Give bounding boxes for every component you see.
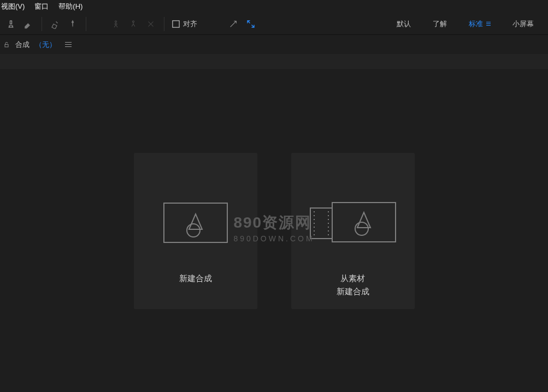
expand-tool-icon[interactable] bbox=[243, 16, 258, 32]
workspace-small[interactable]: 小屏幕 bbox=[502, 13, 545, 35]
svg-point-5 bbox=[187, 224, 200, 237]
hamburger-icon bbox=[486, 22, 491, 26]
new-composition-card[interactable]: 新建合成 bbox=[134, 153, 257, 309]
from-footage-icon bbox=[309, 195, 397, 250]
snap-label: 对齐 bbox=[183, 19, 197, 29]
svg-point-0 bbox=[115, 21, 117, 22]
eraser-tool-icon[interactable] bbox=[21, 16, 36, 32]
new-composition-from-footage-card[interactable]: 从素材 新建合成 bbox=[291, 153, 415, 309]
menu-view[interactable]: 视图(V) bbox=[1, 2, 25, 11]
from-footage-line1: 从素材 bbox=[337, 272, 369, 285]
composition-none: （无） bbox=[35, 40, 56, 50]
new-composition-icon bbox=[163, 195, 228, 250]
panel-strip bbox=[0, 55, 548, 70]
composition-label: 合成 bbox=[15, 40, 30, 50]
from-footage-label: 从素材 新建合成 bbox=[337, 272, 369, 298]
workspace-learn[interactable]: 了解 bbox=[422, 13, 458, 35]
puppet-overlap-icon[interactable] bbox=[126, 16, 141, 32]
collapse-tool-icon[interactable] bbox=[226, 16, 241, 32]
composition-panel-header: 合成 （无） bbox=[0, 35, 548, 55]
tool-bar: 对齐 默认 了解 标准 小屏幕 bbox=[0, 13, 548, 35]
workspace-standard-label: 标准 bbox=[469, 19, 483, 29]
divider bbox=[86, 17, 86, 31]
brush-tool-icon[interactable] bbox=[48, 16, 63, 32]
lock-icon[interactable] bbox=[3, 41, 10, 48]
panel-menu-icon[interactable] bbox=[65, 42, 72, 47]
divider bbox=[164, 17, 164, 31]
workspace-tabs: 默认 了解 标准 小屏幕 bbox=[386, 13, 545, 35]
svg-point-1 bbox=[133, 21, 134, 22]
puppet-pin-icon[interactable] bbox=[108, 16, 123, 32]
from-footage-line2: 新建合成 bbox=[337, 285, 369, 298]
workspace-standard[interactable]: 标准 bbox=[458, 13, 502, 35]
divider bbox=[42, 17, 42, 31]
puppet-starch-icon[interactable] bbox=[143, 16, 158, 32]
stamp-tool-icon[interactable] bbox=[3, 16, 19, 32]
svg-rect-2 bbox=[173, 20, 179, 27]
composition-viewer: 新建合成 890资源网 890DOWN.COM 从素材 新建合成 bbox=[0, 70, 548, 392]
menu-bar: 视图(V) 窗口 帮助(H) bbox=[0, 0, 548, 13]
pin-tool-icon[interactable] bbox=[65, 16, 80, 32]
new-composition-label: 新建合成 bbox=[179, 272, 212, 285]
workspace-default[interactable]: 默认 bbox=[386, 13, 422, 35]
svg-rect-3 bbox=[5, 44, 8, 47]
menu-window[interactable]: 窗口 bbox=[34, 2, 49, 11]
svg-point-10 bbox=[355, 222, 368, 235]
menu-help[interactable]: 帮助(H) bbox=[58, 2, 83, 11]
snap-toggle[interactable]: 对齐 bbox=[170, 19, 199, 29]
